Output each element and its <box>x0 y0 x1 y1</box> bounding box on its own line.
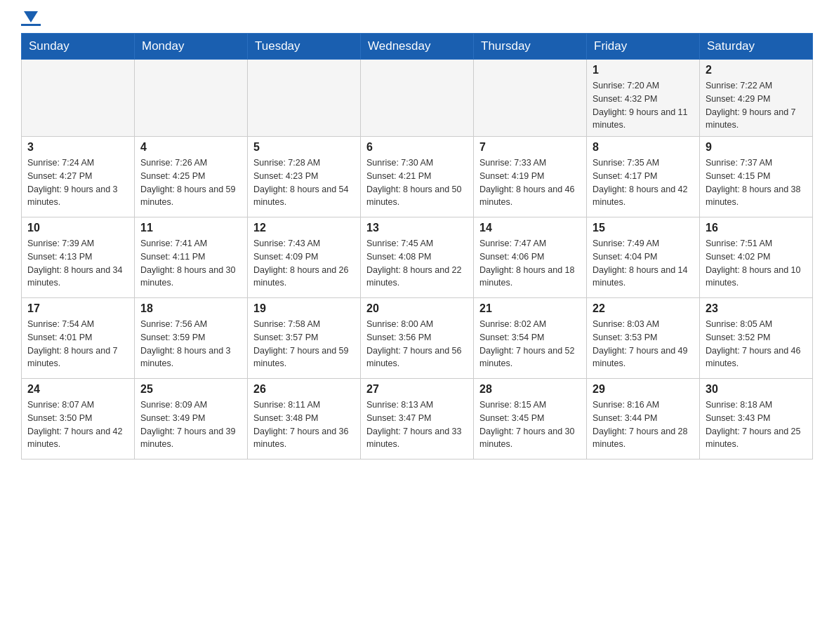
day-info: Sunrise: 8:00 AMSunset: 3:56 PMDaylight:… <box>366 318 468 370</box>
page-header <box>21 14 813 26</box>
calendar-cell: 18Sunrise: 7:56 AMSunset: 3:59 PMDayligh… <box>135 298 248 379</box>
day-info: Sunrise: 7:51 AMSunset: 4:02 PMDaylight:… <box>706 237 807 290</box>
calendar-cell: 19Sunrise: 7:58 AMSunset: 3:57 PMDayligh… <box>248 298 361 379</box>
calendar-cell: 17Sunrise: 7:54 AMSunset: 4:01 PMDayligh… <box>22 298 135 379</box>
day-info: Sunrise: 7:37 AMSunset: 4:15 PMDaylight:… <box>706 156 807 209</box>
day-number: 11 <box>140 222 241 234</box>
calendar-cell: 12Sunrise: 7:43 AMSunset: 4:09 PMDayligh… <box>248 217 361 298</box>
calendar-cell: 3Sunrise: 7:24 AMSunset: 4:27 PMDaylight… <box>22 137 135 217</box>
day-number: 30 <box>706 383 807 396</box>
calendar-cell: 21Sunrise: 8:02 AMSunset: 3:54 PMDayligh… <box>474 298 587 379</box>
calendar-cell: 28Sunrise: 8:15 AMSunset: 3:45 PMDayligh… <box>474 379 587 459</box>
day-number: 16 <box>706 222 807 234</box>
day-info: Sunrise: 7:49 AMSunset: 4:04 PMDaylight:… <box>593 237 694 290</box>
calendar-week-row: 3Sunrise: 7:24 AMSunset: 4:27 PMDaylight… <box>22 137 813 217</box>
day-info: Sunrise: 8:11 AMSunset: 3:48 PMDaylight:… <box>253 398 355 451</box>
calendar-cell: 30Sunrise: 8:18 AMSunset: 3:43 PMDayligh… <box>700 379 813 459</box>
day-info: Sunrise: 8:05 AMSunset: 3:52 PMDaylight:… <box>706 318 807 370</box>
day-number: 8 <box>593 141 694 154</box>
calendar-cell: 29Sunrise: 8:16 AMSunset: 3:44 PMDayligh… <box>587 379 700 459</box>
calendar-cell: 15Sunrise: 7:49 AMSunset: 4:04 PMDayligh… <box>587 217 700 298</box>
day-number: 13 <box>366 222 468 234</box>
day-number: 19 <box>253 302 355 315</box>
calendar-week-row: 10Sunrise: 7:39 AMSunset: 4:13 PMDayligh… <box>22 217 813 298</box>
calendar-cell <box>248 60 361 137</box>
day-number: 4 <box>140 141 241 154</box>
day-info: Sunrise: 7:47 AMSunset: 4:06 PMDaylight:… <box>479 237 581 290</box>
calendar-cell: 4Sunrise: 7:26 AMSunset: 4:25 PMDaylight… <box>135 137 248 217</box>
column-header-saturday: Saturday <box>700 34 813 60</box>
calendar-cell <box>361 60 474 137</box>
day-number: 14 <box>479 222 581 234</box>
day-number: 1 <box>593 64 694 76</box>
day-number: 26 <box>253 383 355 396</box>
day-number: 18 <box>140 302 241 315</box>
column-header-monday: Monday <box>135 34 248 60</box>
calendar-cell: 13Sunrise: 7:45 AMSunset: 4:08 PMDayligh… <box>361 217 474 298</box>
day-info: Sunrise: 7:58 AMSunset: 3:57 PMDaylight:… <box>253 318 355 370</box>
calendar-cell: 16Sunrise: 7:51 AMSunset: 4:02 PMDayligh… <box>700 217 813 298</box>
calendar-cell: 7Sunrise: 7:33 AMSunset: 4:19 PMDaylight… <box>474 137 587 217</box>
day-info: Sunrise: 8:03 AMSunset: 3:53 PMDaylight:… <box>593 318 694 370</box>
day-info: Sunrise: 7:22 AMSunset: 4:29 PMDaylight:… <box>706 79 807 132</box>
day-number: 21 <box>479 302 581 315</box>
column-header-thursday: Thursday <box>474 34 587 60</box>
day-info: Sunrise: 7:45 AMSunset: 4:08 PMDaylight:… <box>366 237 468 290</box>
calendar-cell: 10Sunrise: 7:39 AMSunset: 4:13 PMDayligh… <box>22 217 135 298</box>
day-number: 12 <box>253 222 355 234</box>
day-number: 6 <box>366 141 468 154</box>
calendar-week-row: 17Sunrise: 7:54 AMSunset: 4:01 PMDayligh… <box>22 298 813 379</box>
calendar-cell: 6Sunrise: 7:30 AMSunset: 4:21 PMDaylight… <box>361 137 474 217</box>
calendar-cell <box>135 60 248 137</box>
column-header-wednesday: Wednesday <box>361 34 474 60</box>
day-number: 3 <box>27 141 128 154</box>
column-header-tuesday: Tuesday <box>248 34 361 60</box>
calendar-cell: 22Sunrise: 8:03 AMSunset: 3:53 PMDayligh… <box>587 298 700 379</box>
calendar-cell: 23Sunrise: 8:05 AMSunset: 3:52 PMDayligh… <box>700 298 813 379</box>
calendar-cell: 25Sunrise: 8:09 AMSunset: 3:49 PMDayligh… <box>135 379 248 459</box>
calendar-cell: 5Sunrise: 7:28 AMSunset: 4:23 PMDaylight… <box>248 137 361 217</box>
column-header-friday: Friday <box>587 34 700 60</box>
calendar-cell: 20Sunrise: 8:00 AMSunset: 3:56 PMDayligh… <box>361 298 474 379</box>
calendar-cell: 8Sunrise: 7:35 AMSunset: 4:17 PMDaylight… <box>587 137 700 217</box>
day-number: 28 <box>479 383 581 396</box>
day-number: 9 <box>706 141 807 154</box>
calendar-header-row: SundayMondayTuesdayWednesdayThursdayFrid… <box>22 34 813 60</box>
calendar-week-row: 1Sunrise: 7:20 AMSunset: 4:32 PMDaylight… <box>22 60 813 137</box>
logo-underline <box>21 24 41 26</box>
day-info: Sunrise: 8:02 AMSunset: 3:54 PMDaylight:… <box>479 318 581 370</box>
day-info: Sunrise: 7:30 AMSunset: 4:21 PMDaylight:… <box>366 156 468 209</box>
day-number: 24 <box>27 383 128 396</box>
day-info: Sunrise: 7:39 AMSunset: 4:13 PMDaylight:… <box>27 237 128 290</box>
day-info: Sunrise: 7:41 AMSunset: 4:11 PMDaylight:… <box>140 237 241 290</box>
day-number: 29 <box>593 383 694 396</box>
calendar-cell: 27Sunrise: 8:13 AMSunset: 3:47 PMDayligh… <box>361 379 474 459</box>
day-number: 23 <box>706 302 807 315</box>
day-info: Sunrise: 7:26 AMSunset: 4:25 PMDaylight:… <box>140 156 241 209</box>
day-number: 27 <box>366 383 468 396</box>
day-info: Sunrise: 7:43 AMSunset: 4:09 PMDaylight:… <box>253 237 355 290</box>
day-info: Sunrise: 8:16 AMSunset: 3:44 PMDaylight:… <box>593 398 694 451</box>
calendar-cell: 9Sunrise: 7:37 AMSunset: 4:15 PMDaylight… <box>700 137 813 217</box>
day-number: 20 <box>366 302 468 315</box>
day-info: Sunrise: 8:13 AMSunset: 3:47 PMDaylight:… <box>366 398 468 451</box>
calendar-cell: 11Sunrise: 7:41 AMSunset: 4:11 PMDayligh… <box>135 217 248 298</box>
calendar-cell <box>474 60 587 137</box>
day-info: Sunrise: 7:35 AMSunset: 4:17 PMDaylight:… <box>593 156 694 209</box>
day-number: 5 <box>253 141 355 154</box>
calendar-cell: 14Sunrise: 7:47 AMSunset: 4:06 PMDayligh… <box>474 217 587 298</box>
day-info: Sunrise: 7:56 AMSunset: 3:59 PMDaylight:… <box>140 318 241 370</box>
calendar-week-row: 24Sunrise: 8:07 AMSunset: 3:50 PMDayligh… <box>22 379 813 459</box>
column-header-sunday: Sunday <box>22 34 135 60</box>
logo <box>21 14 41 26</box>
calendar-table: SundayMondayTuesdayWednesdayThursdayFrid… <box>21 33 813 459</box>
calendar-cell <box>22 60 135 137</box>
logo-triangle-icon <box>24 11 38 22</box>
day-number: 2 <box>706 64 807 76</box>
calendar-cell: 1Sunrise: 7:20 AMSunset: 4:32 PMDaylight… <box>587 60 700 137</box>
day-number: 10 <box>27 222 128 234</box>
day-number: 15 <box>593 222 694 234</box>
day-info: Sunrise: 7:20 AMSunset: 4:32 PMDaylight:… <box>593 79 694 132</box>
day-number: 7 <box>479 141 581 154</box>
day-info: Sunrise: 7:33 AMSunset: 4:19 PMDaylight:… <box>479 156 581 209</box>
